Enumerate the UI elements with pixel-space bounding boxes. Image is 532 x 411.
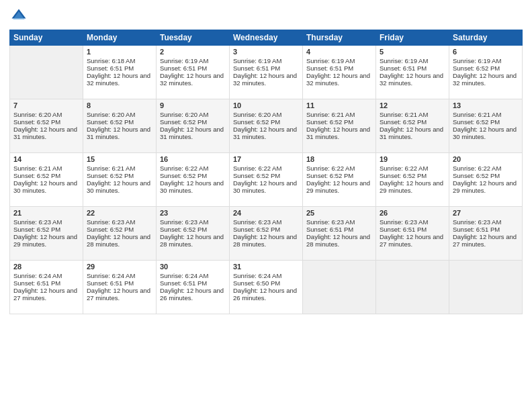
day-number: 29	[87, 263, 152, 271]
sunrise-text: Sunrise: 6:23 AM	[306, 218, 372, 226]
daylight-text: Daylight: 12 hours and 31 minutes.	[380, 126, 445, 140]
sunrise-text: Sunrise: 6:19 AM	[306, 57, 372, 64]
sunset-text: Sunset: 6:51 PM	[453, 226, 519, 233]
day-number: 23	[160, 209, 226, 217]
daylight-text: Daylight: 12 hours and 27 minutes.	[453, 233, 519, 248]
sunrise-text: Sunrise: 6:24 AM	[233, 272, 299, 279]
week-row-1: 1Sunrise: 6:18 AMSunset: 6:51 PMDaylight…	[10, 46, 523, 99]
calendar-cell: 20Sunrise: 6:22 AMSunset: 6:52 PMDayligh…	[449, 153, 523, 207]
day-number: 26	[380, 209, 445, 217]
daylight-text: Daylight: 12 hours and 26 minutes.	[160, 287, 226, 302]
calendar-cell: 12Sunrise: 6:21 AMSunset: 6:52 PMDayligh…	[376, 99, 449, 153]
sunrise-text: Sunrise: 6:22 AM	[380, 165, 445, 172]
sunset-text: Sunset: 6:51 PM	[233, 64, 299, 72]
calendar-cell: 17Sunrise: 6:22 AMSunset: 6:52 PMDayligh…	[230, 153, 303, 207]
sunrise-text: Sunrise: 6:21 AM	[13, 165, 79, 172]
week-row-5: 28Sunrise: 6:24 AMSunset: 6:51 PMDayligh…	[10, 261, 523, 314]
calendar-cell: 28Sunrise: 6:24 AMSunset: 6:51 PMDayligh…	[10, 261, 83, 314]
daylight-text: Daylight: 12 hours and 31 minutes.	[87, 126, 152, 140]
sunset-text: Sunset: 6:51 PM	[160, 64, 226, 72]
calendar-cell: 18Sunrise: 6:22 AMSunset: 6:52 PMDayligh…	[303, 153, 376, 207]
day-number: 27	[453, 209, 519, 217]
day-number: 30	[160, 263, 226, 271]
sunset-text: Sunset: 6:52 PM	[160, 172, 226, 179]
calendar-cell: 24Sunrise: 6:23 AMSunset: 6:52 PMDayligh…	[230, 207, 303, 261]
calendar-cell: 9Sunrise: 6:20 AMSunset: 6:52 PMDaylight…	[157, 99, 230, 153]
sunrise-text: Sunrise: 6:21 AM	[306, 111, 372, 118]
day-number: 18	[306, 155, 372, 163]
daylight-text: Daylight: 12 hours and 32 minutes.	[160, 72, 226, 87]
sunset-text: Sunset: 6:51 PM	[87, 64, 152, 72]
day-number: 9	[160, 101, 226, 109]
sunrise-text: Sunrise: 6:23 AM	[380, 218, 445, 226]
calendar-cell: 11Sunrise: 6:21 AMSunset: 6:52 PMDayligh…	[303, 99, 376, 153]
calendar-cell: 2Sunrise: 6:19 AMSunset: 6:51 PMDaylight…	[157, 46, 230, 99]
daylight-text: Daylight: 12 hours and 27 minutes.	[13, 287, 79, 302]
logo	[9, 7, 31, 26]
logo-icon	[9, 7, 28, 26]
header	[9, 7, 523, 26]
calendar-cell: 15Sunrise: 6:21 AMSunset: 6:52 PMDayligh…	[83, 153, 157, 207]
sunrise-text: Sunrise: 6:21 AM	[380, 111, 445, 118]
sunset-text: Sunset: 6:52 PM	[13, 118, 79, 126]
calendar-cell: 21Sunrise: 6:23 AMSunset: 6:52 PMDayligh…	[10, 207, 83, 261]
sunset-text: Sunset: 6:52 PM	[87, 172, 152, 179]
sunrise-text: Sunrise: 6:19 AM	[380, 57, 445, 64]
sunrise-text: Sunrise: 6:22 AM	[306, 165, 372, 172]
calendar-cell: 26Sunrise: 6:23 AMSunset: 6:51 PMDayligh…	[376, 207, 449, 261]
day-number: 17	[233, 155, 299, 163]
sunrise-text: Sunrise: 6:19 AM	[233, 57, 299, 64]
day-number: 13	[453, 101, 519, 109]
daylight-text: Daylight: 12 hours and 28 minutes.	[233, 233, 299, 248]
sunrise-text: Sunrise: 6:19 AM	[160, 57, 226, 64]
calendar-cell: 14Sunrise: 6:21 AMSunset: 6:52 PMDayligh…	[10, 153, 83, 207]
calendar-cell: 31Sunrise: 6:24 AMSunset: 6:50 PMDayligh…	[230, 261, 303, 314]
day-number: 20	[453, 155, 519, 163]
sunrise-text: Sunrise: 6:20 AM	[233, 111, 299, 118]
page: SundayMondayTuesdayWednesdayThursdayFrid…	[0, 0, 532, 411]
day-number: 2	[160, 48, 226, 56]
sunrise-text: Sunrise: 6:22 AM	[453, 165, 519, 172]
sunset-text: Sunset: 6:52 PM	[160, 118, 226, 126]
day-number: 11	[306, 101, 372, 109]
daylight-text: Daylight: 12 hours and 28 minutes.	[306, 233, 372, 248]
sunset-text: Sunset: 6:52 PM	[380, 118, 445, 126]
sunrise-text: Sunrise: 6:21 AM	[87, 165, 152, 172]
sunset-text: Sunset: 6:51 PM	[160, 279, 226, 287]
day-number: 22	[87, 209, 152, 217]
day-number: 31	[233, 263, 299, 271]
day-number: 15	[87, 155, 152, 163]
sunset-text: Sunset: 6:52 PM	[306, 118, 372, 126]
daylight-text: Daylight: 12 hours and 30 minutes.	[160, 179, 226, 194]
day-number: 14	[13, 155, 79, 163]
week-row-4: 21Sunrise: 6:23 AMSunset: 6:52 PMDayligh…	[10, 207, 523, 261]
sunset-text: Sunset: 6:51 PM	[306, 226, 372, 233]
week-row-3: 14Sunrise: 6:21 AMSunset: 6:52 PMDayligh…	[10, 153, 523, 207]
sunset-text: Sunset: 6:51 PM	[380, 64, 445, 72]
daylight-text: Daylight: 12 hours and 31 minutes.	[306, 126, 372, 140]
calendar-cell: 8Sunrise: 6:20 AMSunset: 6:52 PMDaylight…	[83, 99, 157, 153]
daylight-text: Daylight: 12 hours and 32 minutes.	[380, 72, 445, 87]
day-header-thursday: Thursday	[303, 30, 376, 46]
calendar-cell: 27Sunrise: 6:23 AMSunset: 6:51 PMDayligh…	[449, 207, 523, 261]
daylight-text: Daylight: 12 hours and 29 minutes.	[306, 179, 372, 194]
day-number: 4	[306, 48, 372, 56]
daylight-text: Daylight: 12 hours and 30 minutes.	[87, 179, 152, 194]
sunset-text: Sunset: 6:51 PM	[13, 279, 79, 287]
calendar-cell: 4Sunrise: 6:19 AMSunset: 6:51 PMDaylight…	[303, 46, 376, 99]
daylight-text: Daylight: 12 hours and 29 minutes.	[13, 233, 79, 248]
daylight-text: Daylight: 12 hours and 28 minutes.	[87, 233, 152, 248]
daylight-text: Daylight: 12 hours and 30 minutes.	[453, 126, 519, 140]
day-header-sunday: Sunday	[10, 30, 83, 46]
calendar-header-row: SundayMondayTuesdayWednesdayThursdayFrid…	[10, 30, 523, 46]
day-number: 25	[306, 209, 372, 217]
calendar-cell: 6Sunrise: 6:19 AMSunset: 6:52 PMDaylight…	[449, 46, 523, 99]
sunset-text: Sunset: 6:51 PM	[306, 64, 372, 72]
calendar-cell: 3Sunrise: 6:19 AMSunset: 6:51 PMDaylight…	[230, 46, 303, 99]
sunrise-text: Sunrise: 6:23 AM	[233, 218, 299, 226]
sunset-text: Sunset: 6:52 PM	[13, 226, 79, 233]
calendar-cell: 5Sunrise: 6:19 AMSunset: 6:51 PMDaylight…	[376, 46, 449, 99]
sunset-text: Sunset: 6:52 PM	[380, 172, 445, 179]
sunrise-text: Sunrise: 6:24 AM	[87, 272, 152, 279]
calendar-cell: 13Sunrise: 6:21 AMSunset: 6:52 PMDayligh…	[449, 99, 523, 153]
